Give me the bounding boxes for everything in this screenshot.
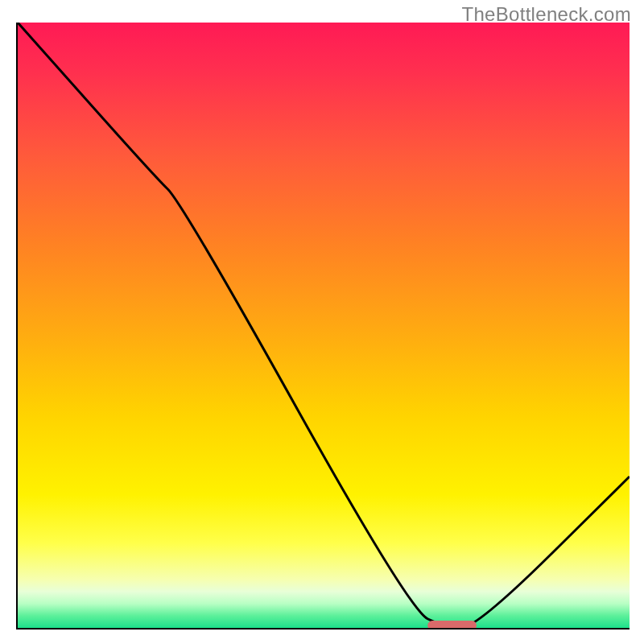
- chart-container: TheBottleneck.com: [0, 0, 644, 644]
- plot-area: [16, 23, 630, 630]
- chart-overlay: [18, 23, 630, 628]
- bottleneck-curve: [18, 23, 630, 628]
- optimal-marker: [427, 621, 477, 628]
